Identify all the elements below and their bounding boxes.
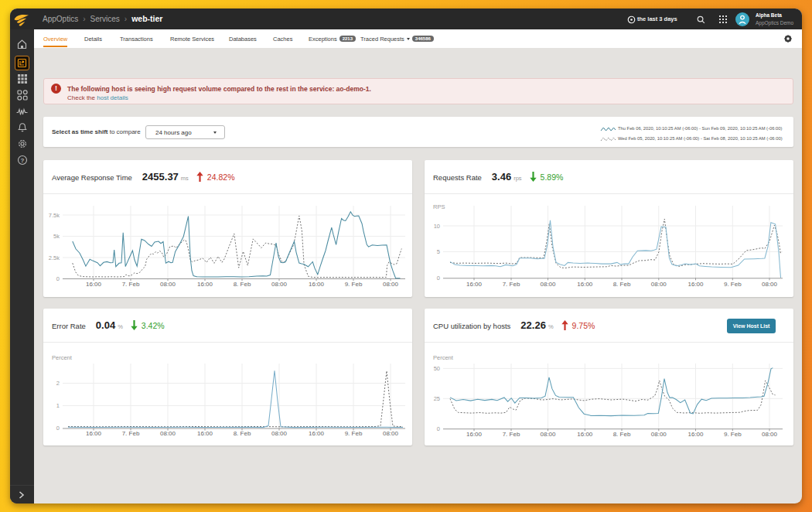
svg-text:16:00: 16:00 xyxy=(466,431,483,438)
svg-text:16:00: 16:00 xyxy=(577,431,593,438)
svg-text:7. Feb: 7. Feb xyxy=(122,281,140,288)
svg-text:16:00: 16:00 xyxy=(687,431,704,438)
svg-text:16:00: 16:00 xyxy=(86,281,102,288)
svg-text:8. Feb: 8. Feb xyxy=(613,431,631,438)
svg-text:08:00: 08:00 xyxy=(160,430,176,437)
svg-text:08:00: 08:00 xyxy=(160,281,176,288)
svg-text:7. Feb: 7. Feb xyxy=(503,431,520,438)
svg-text:8. Feb: 8. Feb xyxy=(234,430,251,437)
svg-text:9. Feb: 9. Feb xyxy=(724,431,742,438)
svg-text:08:00: 08:00 xyxy=(540,431,556,438)
svg-text:16:00: 16:00 xyxy=(197,430,213,437)
svg-text:0: 0 xyxy=(437,425,440,432)
svg-text:08:00: 08:00 xyxy=(271,281,288,288)
svg-text:5k: 5k xyxy=(53,233,60,240)
svg-text:7. Feb: 7. Feb xyxy=(122,430,140,437)
svg-text:7. Feb: 7. Feb xyxy=(503,281,520,288)
svg-text:50: 50 xyxy=(434,365,440,372)
svg-text:16:00: 16:00 xyxy=(687,281,704,288)
svg-text:08:00: 08:00 xyxy=(762,431,778,438)
svg-text:16:00: 16:00 xyxy=(197,281,213,288)
svg-text:16:00: 16:00 xyxy=(86,430,102,437)
svg-text:9. Feb: 9. Feb xyxy=(345,430,363,437)
svg-text:2: 2 xyxy=(56,380,60,387)
svg-text:9. Feb: 9. Feb xyxy=(345,281,363,288)
svg-text:1: 1 xyxy=(56,402,60,409)
svg-text:08:00: 08:00 xyxy=(540,281,556,288)
svg-text:25: 25 xyxy=(434,395,440,402)
svg-text:0: 0 xyxy=(437,275,440,282)
svg-text:9. Feb: 9. Feb xyxy=(724,281,742,288)
svg-text:RPS: RPS xyxy=(433,203,445,210)
svg-text:8. Feb: 8. Feb xyxy=(613,281,631,288)
svg-text:16:00: 16:00 xyxy=(577,281,593,288)
svg-text:0: 0 xyxy=(56,425,60,432)
svg-text:08:00: 08:00 xyxy=(271,430,288,437)
svg-text:08:00: 08:00 xyxy=(383,281,399,288)
svg-text:16:00: 16:00 xyxy=(466,281,483,288)
svg-text:10: 10 xyxy=(434,223,440,230)
svg-text:16:00: 16:00 xyxy=(309,281,325,288)
svg-text:0: 0 xyxy=(56,275,60,282)
svg-text:7.5k: 7.5k xyxy=(49,212,60,219)
svg-text:08:00: 08:00 xyxy=(651,431,667,438)
svg-text:Percent: Percent xyxy=(52,354,73,361)
svg-text:08:00: 08:00 xyxy=(383,430,399,437)
svg-text:2.5k: 2.5k xyxy=(49,254,60,261)
svg-text:08:00: 08:00 xyxy=(762,281,778,288)
svg-text:8. Feb: 8. Feb xyxy=(234,281,251,288)
svg-text:5: 5 xyxy=(437,248,440,255)
svg-text:08:00: 08:00 xyxy=(651,281,667,288)
svg-text:16:00: 16:00 xyxy=(309,430,325,437)
svg-text:?: ? xyxy=(20,157,24,164)
svg-text:Percent: Percent xyxy=(433,354,454,361)
